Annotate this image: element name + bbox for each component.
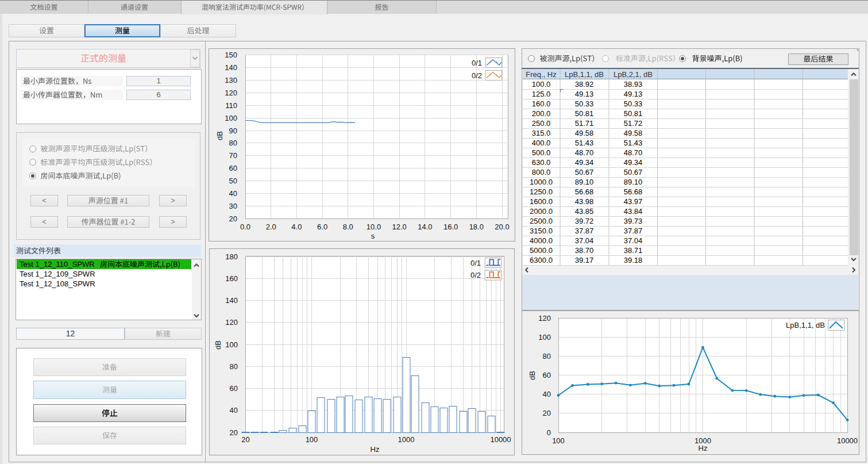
svg-text:49.58: 49.58 [574,129,593,137]
svg-text:37.87: 37.87 [574,227,593,235]
svg-text:125.0: 125.0 [531,90,550,98]
svg-text:1000.0: 1000.0 [530,178,553,186]
svg-text:630.0: 630.0 [531,158,550,167]
svg-text:48.70: 48.70 [574,148,593,157]
svg-text:18.0: 18.0 [469,223,484,231]
svg-text:2500.0: 2500.0 [530,217,553,225]
svg-text:150: 150 [225,51,237,59]
svg-text:40: 40 [230,406,238,415]
svg-text:38.71: 38.71 [623,246,642,255]
svg-text:89.10: 89.10 [574,178,593,186]
svg-text:LpB,1,1, dB: LpB,1,1, dB [565,70,604,79]
svg-text:51.43: 51.43 [623,139,642,147]
svg-text:37.04: 37.04 [623,236,642,245]
svg-text:0.0: 0.0 [240,223,250,231]
svg-text:50.33: 50.33 [574,99,593,108]
svg-text:0/2: 0/2 [472,71,482,80]
svg-text:50.67: 50.67 [623,168,642,177]
svg-text:50.33: 50.33 [623,99,642,108]
svg-text:39.73: 39.73 [623,217,642,225]
svg-text:LpB,2,1, dB: LpB,2,1, dB [614,70,653,79]
svg-text:38.93: 38.93 [623,80,642,89]
svg-text:30: 30 [229,202,237,210]
svg-text:LpB,1,1, dB: LpB,1,1, dB [786,321,825,329]
svg-text:8.0: 8.0 [343,223,353,231]
svg-text:2000.0: 2000.0 [530,207,553,216]
svg-text:56.68: 56.68 [623,187,642,196]
svg-text:200.0: 200.0 [531,109,550,118]
svg-text:51.72: 51.72 [623,119,642,128]
svg-text:140: 140 [225,63,237,72]
svg-text:120: 120 [225,89,237,97]
svg-text:160.0: 160.0 [531,99,550,108]
svg-text:130: 130 [225,76,237,85]
svg-text:50.67: 50.67 [574,168,593,177]
svg-text:315.0: 315.0 [531,129,550,137]
svg-text:dB: dB [215,131,224,140]
svg-text:38.70: 38.70 [574,246,593,255]
svg-text:140: 140 [225,296,238,305]
svg-text:100: 100 [538,333,551,342]
svg-text:20: 20 [241,435,249,444]
svg-text:dB: dB [214,340,222,350]
svg-text:20: 20 [543,409,551,417]
svg-text:12.0: 12.0 [392,223,407,231]
svg-text:43.98: 43.98 [574,197,593,206]
svg-text:80: 80 [230,362,238,371]
svg-text:56.68: 56.68 [574,187,593,196]
svg-text:0/1: 0/1 [472,59,482,67]
svg-text:100: 100 [225,114,237,122]
svg-text:50: 50 [229,177,237,185]
svg-text:49.34: 49.34 [623,158,642,167]
svg-text:16.0: 16.0 [443,223,458,231]
svg-text:2.0: 2.0 [266,223,276,231]
svg-text:dB: dB [528,371,537,380]
svg-text:50.81: 50.81 [574,109,593,118]
svg-text:100: 100 [306,435,318,444]
svg-text:800.0: 800.0 [531,168,550,177]
svg-text:160: 160 [225,274,238,283]
svg-text:51.43: 51.43 [574,139,593,147]
svg-text:40: 40 [543,390,551,398]
svg-text:20: 20 [230,428,238,437]
svg-text:37.87: 37.87 [623,227,642,235]
svg-text:70: 70 [229,151,237,160]
svg-text:60: 60 [230,384,238,393]
svg-text:43.97: 43.97 [623,197,642,206]
svg-text:s: s [371,232,375,240]
svg-text:100: 100 [552,436,565,445]
svg-text:0/1: 0/1 [470,259,481,267]
svg-text:5000.0: 5000.0 [530,246,553,255]
svg-text:100.0: 100.0 [531,80,550,89]
svg-text:1000: 1000 [398,435,415,444]
svg-text:6.0: 6.0 [317,223,327,231]
svg-text:38.92: 38.92 [574,80,593,89]
svg-text:90: 90 [229,126,237,135]
svg-text:10000: 10000 [490,435,511,444]
svg-text:43.85: 43.85 [574,207,593,216]
svg-text:250.0: 250.0 [531,119,550,128]
svg-text:43.84: 43.84 [623,207,642,216]
svg-text:4000.0: 4000.0 [530,236,553,245]
svg-text:37.04: 37.04 [574,236,593,245]
svg-text:39.18: 39.18 [623,256,642,264]
svg-text:40: 40 [229,189,237,198]
svg-text:39.17: 39.17 [574,256,593,264]
svg-text:3150.0: 3150.0 [530,227,553,235]
svg-text:80: 80 [229,139,237,147]
svg-text:80: 80 [543,352,551,361]
svg-text:49.13: 49.13 [574,90,593,98]
svg-text:0/2: 0/2 [470,271,481,279]
svg-text:60: 60 [543,371,551,379]
svg-text:48.70: 48.70 [623,148,642,157]
svg-text:1250.0: 1250.0 [530,187,553,196]
svg-text:500.0: 500.0 [531,148,550,157]
svg-text:50.81: 50.81 [623,109,642,118]
svg-text:Hz: Hz [371,445,380,454]
svg-text:100: 100 [225,340,238,349]
svg-text:49.34: 49.34 [574,158,593,167]
svg-text:10000: 10000 [837,436,858,445]
svg-text:89.10: 89.10 [623,178,642,186]
svg-text:400.0: 400.0 [531,139,550,147]
svg-text:Hz: Hz [699,444,708,453]
